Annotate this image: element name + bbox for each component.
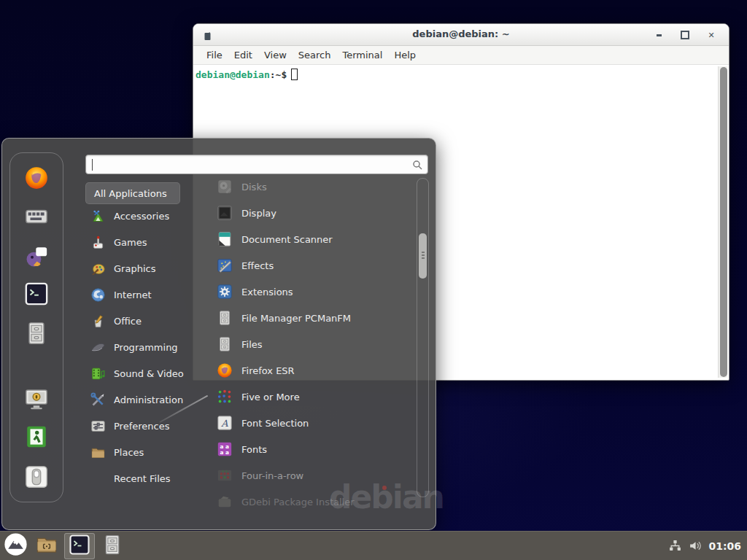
app-four-in-a-row[interactable]: Four-in-a-row — [214, 462, 414, 489]
category-recent-files[interactable]: Recent Files — [85, 465, 202, 491]
favorite-logout-button[interactable] — [24, 424, 49, 449]
taskbar-file-manager-launcher[interactable] — [32, 533, 61, 559]
app-extensions[interactable]: Extensions — [214, 279, 414, 305]
taskbar-files-launcher[interactable] — [98, 533, 127, 559]
category-internet[interactable]: Internet — [85, 281, 202, 308]
app-label: Files — [241, 339, 263, 350]
app-files[interactable]: Files — [214, 331, 414, 357]
clock[interactable]: 01:06 — [708, 540, 741, 552]
category-preferences[interactable]: Preferences — [85, 413, 202, 439]
terminal-menu-file[interactable]: File — [201, 47, 228, 63]
category-label: Places — [114, 447, 144, 458]
window-controls: ✕ — [654, 24, 716, 46]
terminal-scrollbar-thumb[interactable] — [720, 67, 727, 377]
shutdown-icon — [24, 481, 49, 491]
app-label: Disks — [241, 182, 267, 192]
minimize-button[interactable] — [654, 31, 663, 39]
app-label: File Manager PCManFM — [241, 313, 351, 324]
taskbar-menu-button[interactable] — [2, 533, 29, 559]
terminal-titlebar[interactable]: debian@debian: ~ ✕ — [193, 24, 729, 46]
prompt-suffix: :~$ — [270, 69, 287, 80]
app-effects[interactable]: Effects — [214, 252, 414, 279]
category-programming[interactable]: Programming — [85, 334, 202, 360]
app-five-or-more[interactable]: Five or More — [214, 384, 414, 410]
svg-text:a: a — [225, 449, 229, 456]
category-label: Office — [114, 316, 142, 327]
terminal-menu-search[interactable]: Search — [293, 47, 337, 63]
favorite-pidgin-button[interactable] — [24, 244, 49, 269]
app-label: Firefox ESR — [241, 365, 295, 376]
app-label: Fonts — [241, 444, 267, 455]
category-label: Administration — [114, 394, 183, 405]
display-icon — [217, 205, 233, 221]
preferences-icon — [90, 419, 106, 434]
favorite-shutdown-button[interactable] — [24, 464, 49, 489]
file-cabinet-icon — [217, 310, 233, 326]
document-scanner-icon — [217, 231, 233, 247]
category-office[interactable]: Office — [85, 308, 202, 334]
app-list-scrollbar[interactable] — [417, 178, 429, 497]
firefox-icon — [24, 182, 49, 192]
blank-icon — [90, 471, 106, 486]
app-file-manager-pcmanfm[interactable]: File Manager PCManFM — [214, 305, 414, 331]
terminal-menu-terminal[interactable]: Terminal — [336, 47, 388, 63]
maximize-button[interactable] — [681, 31, 689, 39]
application-menu: debian All Applications AccessoriesGames… — [1, 138, 436, 530]
app-gdebi-package-installer[interactable]: GDebi Package Installer — [214, 489, 414, 515]
category-list: AccessoriesGamesGraphicsInternetOfficePr… — [85, 203, 202, 491]
favorite-file-cabinet-button[interactable] — [24, 321, 49, 346]
terminal-scrollbar[interactable] — [718, 66, 727, 378]
category-label: Sound & Video — [114, 368, 184, 379]
favorite-terminal-button[interactable] — [24, 281, 49, 306]
terminal-menu-edit[interactable]: Edit — [228, 47, 258, 63]
favorite-keyboard-button[interactable] — [24, 204, 49, 229]
category-places[interactable]: Places — [85, 439, 202, 465]
file-cabinet-icon — [101, 534, 123, 559]
app-fonts[interactable]: aaaaFonts — [214, 436, 414, 462]
app-label: Five or More — [241, 392, 300, 402]
font-selection-icon: A — [217, 415, 233, 431]
search-icon — [411, 159, 423, 171]
office-icon — [90, 314, 106, 329]
category-sound-and-video[interactable]: Sound & Video — [85, 360, 202, 386]
app-list-scrollbar-thumb[interactable] — [419, 233, 427, 279]
app-firefox-esr[interactable]: Firefox ESR — [214, 357, 414, 384]
search-input[interactable] — [92, 157, 406, 172]
app-label: Effects — [241, 260, 274, 271]
disks-icon — [217, 179, 233, 195]
taskbar-terminal-task[interactable] — [64, 533, 95, 559]
category-accessories[interactable]: Accessories — [85, 203, 202, 229]
svg-text:A: A — [220, 418, 228, 429]
taskbar-items — [0, 532, 128, 560]
sound-video-icon — [90, 366, 106, 381]
administration-icon — [90, 392, 106, 408]
category-label: Accessories — [114, 211, 169, 222]
category-label: Internet — [114, 289, 152, 300]
fonts-icon: aaaa — [217, 441, 233, 457]
app-label: Font Selection — [241, 418, 309, 429]
pidgin-icon — [24, 260, 49, 271]
app-label: Four-in-a-row — [241, 470, 303, 481]
prompt-user: debian@debian — [196, 69, 270, 80]
system-tray: 01:06 — [669, 540, 747, 552]
favorite-lock-screen-button[interactable] — [24, 386, 49, 411]
app-display[interactable]: Display — [214, 200, 414, 226]
close-button[interactable]: ✕ — [707, 31, 716, 39]
four-in-a-row-icon — [217, 467, 233, 483]
category-games[interactable]: Games — [85, 229, 202, 255]
network-icon[interactable] — [669, 540, 681, 552]
category-graphics[interactable]: Graphics — [85, 255, 202, 281]
category-label: Programming — [114, 342, 178, 353]
app-font-selection[interactable]: AFont Selection — [214, 410, 414, 436]
programming-icon — [90, 340, 106, 355]
app-document-scanner[interactable]: Document Scanner — [214, 226, 414, 252]
volume-icon[interactable] — [689, 540, 701, 552]
app-disks[interactable]: Disks — [214, 174, 414, 200]
favorite-firefox-button[interactable] — [24, 166, 49, 190]
app-label: GDebi Package Installer — [241, 497, 355, 508]
logout-icon — [24, 440, 49, 451]
search-caret — [92, 159, 93, 171]
terminal-menu-view[interactable]: View — [258, 47, 293, 63]
all-applications-button[interactable]: All Applications — [85, 182, 180, 204]
terminal-menu-help[interactable]: Help — [388, 47, 422, 63]
